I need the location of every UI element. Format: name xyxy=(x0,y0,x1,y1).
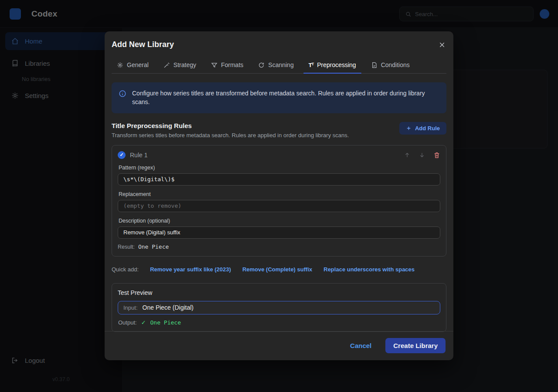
rule-enabled-checkbox[interactable]: ✓ xyxy=(118,151,126,159)
quick-add-year-suffix[interactable]: Remove year suffix like (2023) xyxy=(150,266,231,273)
section-title: Title Preprocessing Rules xyxy=(112,122,349,129)
tab-formats[interactable]: Formats xyxy=(206,58,248,73)
replacement-input[interactable] xyxy=(118,200,440,212)
rule-card: ✓ Rule 1 Pattern (regex) Replacement Des… xyxy=(112,145,446,257)
test-input-field[interactable] xyxy=(143,304,435,311)
gear-icon xyxy=(117,62,123,68)
test-preview-card: Test Preview Input: Output: ✓ One Piece xyxy=(112,283,446,332)
test-input-label: Input: xyxy=(123,304,138,311)
check-icon: ✓ xyxy=(141,319,146,326)
quick-add-label: Quick add: xyxy=(112,266,139,273)
test-input-wrapper[interactable]: Input: xyxy=(118,301,440,314)
add-rule-label: Add Rule xyxy=(415,125,440,132)
add-rule-button[interactable]: Add Rule xyxy=(399,122,446,135)
modal-tabs: General Strategy Formats Scanning TT Pre… xyxy=(112,58,446,74)
modal-title: Add New Library xyxy=(112,40,174,49)
pattern-label: Pattern (regex) xyxy=(119,165,439,171)
test-preview-title: Test Preview xyxy=(118,289,440,296)
info-banner: Configure how series titles are transfor… xyxy=(112,82,446,113)
result-value: One Piece xyxy=(138,243,169,250)
quick-add-underscores[interactable]: Replace underscores with spaces xyxy=(323,266,415,273)
file-check-icon xyxy=(371,62,378,68)
test-output-label: Output: xyxy=(118,319,137,326)
description-label: Description (optional) xyxy=(119,218,439,224)
cancel-button[interactable]: Cancel xyxy=(350,342,371,349)
tab-strategy[interactable]: Strategy xyxy=(158,58,201,73)
tab-label: Formats xyxy=(221,61,243,68)
tab-general[interactable]: General xyxy=(112,58,154,73)
tab-conditions[interactable]: Conditions xyxy=(366,58,415,73)
wand-icon xyxy=(163,62,170,68)
delete-rule-icon[interactable] xyxy=(433,152,440,159)
pattern-input[interactable] xyxy=(118,173,440,186)
tab-scanning[interactable]: Scanning xyxy=(253,58,299,73)
funnel-icon xyxy=(211,62,218,68)
tab-preprocessing[interactable]: TT Preprocessing xyxy=(303,58,361,73)
move-up-icon[interactable] xyxy=(404,152,411,159)
test-output-value: One Piece xyxy=(150,319,181,326)
move-down-icon[interactable] xyxy=(418,152,425,159)
tab-label: General xyxy=(127,61,149,68)
plus-icon xyxy=(406,125,412,131)
create-library-button[interactable]: Create Library xyxy=(385,338,446,353)
tab-label: Scanning xyxy=(268,61,293,68)
replacement-label: Replacement xyxy=(119,191,439,197)
rule-name: Rule 1 xyxy=(130,152,147,159)
tab-label: Preprocessing xyxy=(317,61,356,68)
text-transform-icon: TT xyxy=(309,62,313,68)
quick-add-complete-suffix[interactable]: Remove (Complete) suffix xyxy=(242,266,312,273)
tab-label: Strategy xyxy=(174,61,196,68)
close-icon[interactable] xyxy=(439,41,446,48)
add-library-modal: Add New Library General Strategy Formats xyxy=(105,31,453,360)
tab-label: Conditions xyxy=(381,61,410,68)
refresh-icon xyxy=(258,62,265,68)
info-icon xyxy=(119,90,126,98)
description-input[interactable] xyxy=(118,226,440,239)
result-label: Result: xyxy=(118,244,135,250)
section-subtitle: Transform series titles before metadata … xyxy=(112,132,349,139)
quick-add-row: Quick add: Remove year suffix like (2023… xyxy=(112,266,446,273)
info-banner-text: Configure how series titles are transfor… xyxy=(132,89,433,107)
